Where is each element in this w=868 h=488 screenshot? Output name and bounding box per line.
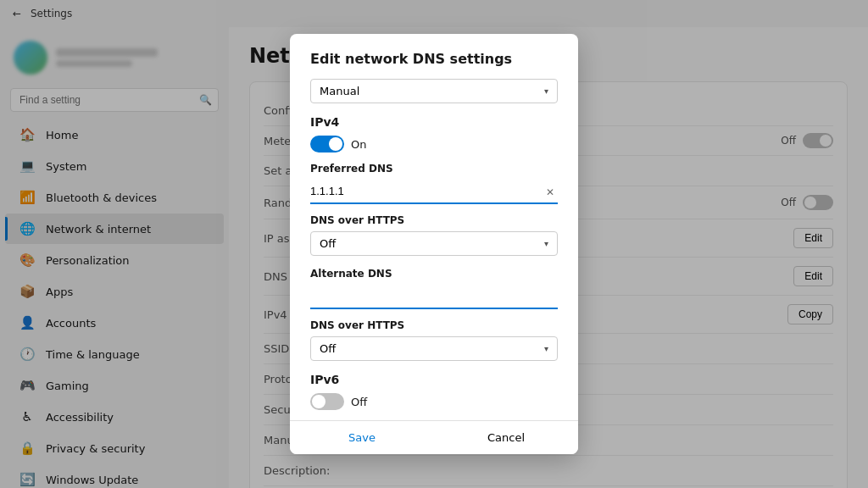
ipv6-toggle[interactable]: [310, 393, 344, 410]
dns-https-label: DNS over HTTPS: [310, 214, 558, 226]
clear-icon[interactable]: ✕: [546, 186, 554, 198]
ipv6-toggle-row: Off: [310, 393, 558, 410]
alt-dns-https-dropdown[interactable]: Off ▾: [310, 336, 558, 361]
alt-dns-https-value: Off: [320, 342, 336, 355]
dns-https-value: Off: [320, 237, 336, 250]
dns-https-dropdown[interactable]: Off ▾: [310, 231, 558, 256]
save-button[interactable]: Save: [290, 421, 434, 454]
alt-dns-https-label: DNS over HTTPS: [310, 319, 558, 331]
ipv4-section-label: IPv4: [310, 115, 558, 129]
chevron-down-icon-2: ▾: [544, 239, 548, 248]
preferred-dns-field: ✕: [310, 180, 558, 204]
dialog-title: Edit network DNS settings: [310, 51, 558, 67]
modal-overlay: Edit network DNS settings Manual ▾ IPv4 …: [0, 0, 868, 488]
ipv6-toggle-label: Off: [351, 396, 367, 408]
cancel-button[interactable]: Cancel: [434, 421, 578, 454]
chevron-down-icon-3: ▾: [544, 344, 548, 353]
mode-dropdown-value: Manual: [320, 85, 359, 97]
alternate-dns-input[interactable]: [310, 285, 558, 309]
preferred-dns-input[interactable]: [310, 180, 558, 204]
alternate-dns-label: Alternate DNS: [310, 268, 558, 280]
ipv4-toggle-row: On: [310, 136, 558, 152]
mode-dropdown[interactable]: Manual ▾: [310, 79, 558, 103]
preferred-dns-label: Preferred DNS: [310, 163, 558, 175]
ipv4-toggle[interactable]: [310, 136, 344, 152]
chevron-down-icon: ▾: [544, 86, 548, 96]
dns-dialog: Edit network DNS settings Manual ▾ IPv4 …: [290, 34, 578, 454]
ipv6-section-label: IPv6: [310, 373, 558, 386]
dialog-footer: Save Cancel: [290, 420, 578, 454]
alternate-dns-field: [310, 285, 558, 309]
ipv4-toggle-label: On: [351, 138, 366, 151]
